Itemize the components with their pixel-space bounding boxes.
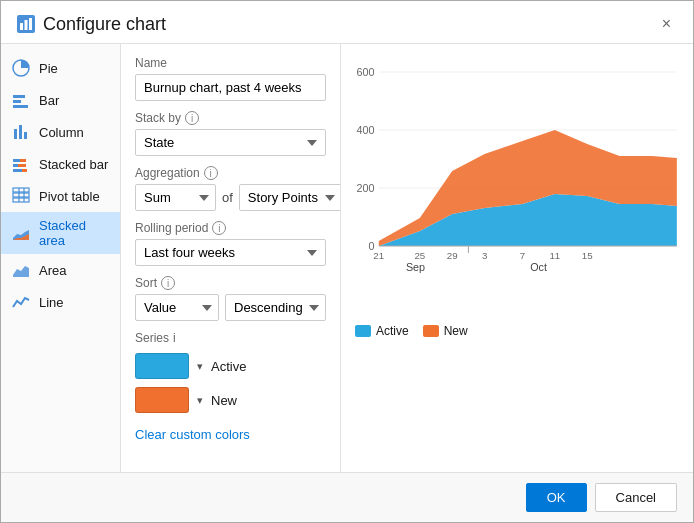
- series-item-active: ▾ Active: [135, 353, 326, 379]
- chart-type-bar[interactable]: Bar: [1, 84, 120, 116]
- legend-active: Active: [355, 324, 409, 338]
- sort-value-select[interactable]: Value Label: [135, 294, 219, 321]
- series-active-color-swatch[interactable]: [135, 353, 189, 379]
- sort-info-icon[interactable]: i: [161, 276, 175, 290]
- name-label: Name: [135, 56, 326, 70]
- chart-type-stacked-bar[interactable]: Stacked bar: [1, 148, 120, 180]
- chart-type-area[interactable]: Area: [1, 254, 120, 286]
- svg-rect-2: [29, 18, 32, 30]
- svg-rect-14: [13, 169, 22, 172]
- configure-chart-dialog: Configure chart × Pie: [0, 0, 694, 523]
- line-icon: [11, 292, 31, 312]
- aggregation-sum-select[interactable]: Sum Count Average: [135, 184, 216, 211]
- area-label: Area: [39, 263, 66, 278]
- svg-text:15: 15: [582, 251, 593, 261]
- rolling-period-select[interactable]: Last four weeks Last two weeks Last thre…: [135, 239, 326, 266]
- svg-rect-0: [20, 23, 23, 30]
- series-new-name: New: [211, 393, 237, 408]
- bar-icon: [11, 90, 31, 110]
- svg-text:7: 7: [520, 251, 525, 261]
- rolling-period-label-row: Rolling period i: [135, 221, 326, 235]
- stacked-bar-label: Stacked bar: [39, 157, 108, 172]
- svg-rect-6: [13, 105, 28, 108]
- chart-svg: 600 400 200 0: [355, 56, 679, 316]
- pie-label: Pie: [39, 61, 58, 76]
- name-input[interactable]: [135, 74, 326, 101]
- svg-text:11: 11: [549, 251, 560, 261]
- chart-type-pie[interactable]: Pie: [1, 52, 120, 84]
- svg-rect-15: [22, 169, 27, 172]
- chart-svg-container: 600 400 200 0: [355, 56, 679, 316]
- legend-new: New: [423, 324, 468, 338]
- stack-by-label-row: Stack by i: [135, 111, 326, 125]
- legend-new-swatch: [423, 325, 439, 337]
- legend-new-label: New: [444, 324, 468, 338]
- stacked-area-label: Stacked area: [39, 218, 110, 248]
- legend-active-label: Active: [376, 324, 409, 338]
- clear-custom-colors-link[interactable]: Clear custom colors: [135, 427, 250, 442]
- stack-by-info-icon[interactable]: i: [185, 111, 199, 125]
- line-label: Line: [39, 295, 64, 310]
- stack-by-select[interactable]: State: [135, 129, 326, 156]
- svg-rect-12: [13, 164, 18, 167]
- chart-type-panel: Pie Bar: [1, 44, 121, 472]
- svg-rect-13: [18, 164, 26, 167]
- svg-text:25: 25: [414, 251, 425, 261]
- svg-text:21: 21: [373, 251, 384, 261]
- aggregation-info-icon[interactable]: i: [204, 166, 218, 180]
- chart-preview-panel: 600 400 200 0: [341, 44, 693, 472]
- chart-type-line[interactable]: Line: [1, 286, 120, 318]
- aggregation-field-select[interactable]: Story Points Count: [239, 184, 341, 211]
- dialog-title: Configure chart: [43, 14, 656, 35]
- column-icon: [11, 122, 31, 142]
- stacked-area-icon: [11, 223, 31, 243]
- pivot-icon: [11, 186, 31, 206]
- chart-area: 600 400 200 0: [355, 56, 679, 460]
- svg-rect-17: [13, 193, 29, 197]
- svg-text:400: 400: [356, 125, 374, 136]
- series-active-chevron[interactable]: ▾: [197, 360, 203, 373]
- dialog-icon: [17, 15, 35, 33]
- form-panel: Name Stack by i State Aggregation i Sum …: [121, 44, 341, 472]
- svg-rect-5: [13, 100, 21, 103]
- chart-type-stacked-area[interactable]: Stacked area: [1, 212, 120, 254]
- bar-label: Bar: [39, 93, 59, 108]
- aggregation-row: Sum Count Average of Story Points Count: [135, 184, 326, 211]
- svg-text:600: 600: [356, 67, 374, 78]
- svg-rect-10: [13, 159, 20, 162]
- sort-label-row: Sort i: [135, 276, 326, 290]
- chart-type-column[interactable]: Column: [1, 116, 120, 148]
- svg-text:Sep: Sep: [406, 262, 425, 273]
- series-new-chevron[interactable]: ▾: [197, 394, 203, 407]
- area-icon: [11, 260, 31, 280]
- svg-rect-1: [25, 20, 28, 30]
- aggregation-label-row: Aggregation i: [135, 166, 326, 180]
- series-active-name: Active: [211, 359, 246, 374]
- series-info-icon[interactable]: i: [173, 331, 176, 345]
- chart-type-pivot-table[interactable]: Pivot table: [1, 180, 120, 212]
- ok-button[interactable]: OK: [526, 483, 587, 512]
- svg-text:200: 200: [356, 183, 374, 194]
- rolling-period-info-icon[interactable]: i: [212, 221, 226, 235]
- series-label-row: Series i: [135, 331, 326, 345]
- close-button[interactable]: ×: [656, 13, 677, 35]
- stacked-bar-icon: [11, 154, 31, 174]
- dialog-footer: OK Cancel: [1, 472, 693, 522]
- svg-rect-7: [14, 129, 17, 139]
- svg-rect-8: [19, 125, 22, 139]
- column-label: Column: [39, 125, 84, 140]
- sort-row: Value Label Descending Ascending: [135, 294, 326, 321]
- dialog-body: Pie Bar: [1, 44, 693, 472]
- svg-rect-16: [13, 188, 29, 192]
- cancel-button[interactable]: Cancel: [595, 483, 677, 512]
- legend-active-swatch: [355, 325, 371, 337]
- pivot-label: Pivot table: [39, 189, 100, 204]
- sort-order-select[interactable]: Descending Ascending: [225, 294, 326, 321]
- svg-rect-4: [13, 95, 25, 98]
- svg-text:29: 29: [447, 251, 458, 261]
- svg-text:3: 3: [482, 251, 487, 261]
- series-new-color-swatch[interactable]: [135, 387, 189, 413]
- title-bar: Configure chart ×: [1, 1, 693, 44]
- series-section: Series i ▾ Active ▾ New Clear custom col…: [135, 331, 326, 442]
- svg-rect-18: [13, 198, 29, 202]
